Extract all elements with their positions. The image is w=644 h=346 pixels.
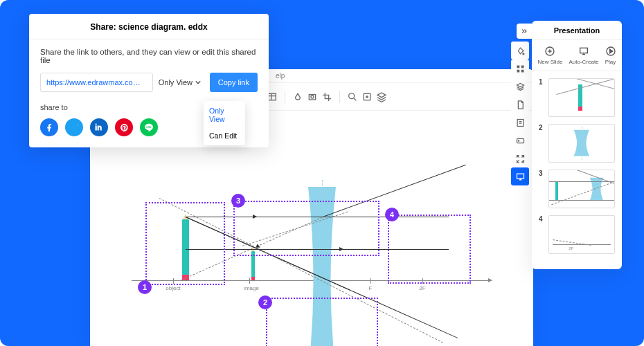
search-icon[interactable] xyxy=(346,91,359,103)
permission-dropdown-trigger[interactable]: Only View xyxy=(159,78,204,86)
expand-icon[interactable] xyxy=(511,149,529,167)
share-dialog: Share: science diagram. eddx Share the l… xyxy=(29,14,269,147)
fill-bucket-icon[interactable] xyxy=(511,42,529,60)
slide-thumb-2 xyxy=(548,124,615,163)
svg-rect-9 xyxy=(521,65,524,68)
permission-dropdown: Only View Can Edit xyxy=(204,101,245,145)
page-icon[interactable] xyxy=(511,95,529,113)
new-slide-label: New Slide xyxy=(537,59,562,65)
slide-4[interactable]: 4 2F xyxy=(539,215,615,254)
presentation-panel: Presentation New Slide Auto-Create Play … xyxy=(532,21,622,269)
svg-rect-17 xyxy=(580,48,588,53)
selection-4[interactable] xyxy=(388,215,471,284)
svg-rect-15 xyxy=(517,174,524,179)
svg-rect-11 xyxy=(521,69,524,72)
svg-rect-2 xyxy=(269,93,276,100)
copy-link-button[interactable]: Copy link xyxy=(210,73,258,92)
tick-image: image xyxy=(244,285,259,291)
screenshot-icon[interactable] xyxy=(306,91,319,103)
drive-icon[interactable] xyxy=(511,131,529,149)
selection-3[interactable] xyxy=(233,201,379,256)
presentation-icon[interactable] xyxy=(511,167,529,185)
slide-3[interactable]: 3 xyxy=(539,170,615,208)
selection-1[interactable] xyxy=(145,202,225,285)
selection-badge-4: 4 xyxy=(385,208,399,221)
export-icon[interactable] xyxy=(361,91,373,103)
crop-icon[interactable] xyxy=(321,91,333,103)
share-dialog-title: Share: science diagram. eddx xyxy=(29,14,269,39)
svg-rect-8 xyxy=(517,65,519,68)
permission-current-label: Only View xyxy=(159,78,193,86)
selection-badge-2: 2 xyxy=(258,295,272,309)
tick-F-right: F xyxy=(369,285,373,291)
share-line-button[interactable] xyxy=(140,118,158,136)
slide-2[interactable]: 2 xyxy=(539,124,615,163)
svg-point-5 xyxy=(349,93,355,98)
slide-thumb-3 xyxy=(548,170,615,208)
permission-option-only-view[interactable]: Only View xyxy=(204,102,245,127)
tick-object: object xyxy=(166,285,180,291)
play-button[interactable]: Play xyxy=(605,46,616,65)
share-url-input[interactable]: https://www.edrawmax.com/server... xyxy=(40,73,153,92)
panel-collapse-button[interactable] xyxy=(517,24,532,39)
apps-icon[interactable] xyxy=(511,60,529,78)
svg-point-4 xyxy=(311,95,314,98)
share-twitter-button[interactable] xyxy=(65,118,83,136)
share-description: Share the link to others, and they can v… xyxy=(40,48,258,64)
permission-option-can-edit[interactable]: Can Edit xyxy=(204,127,245,144)
layers-icon[interactable] xyxy=(375,91,388,103)
slide-1[interactable]: 1 xyxy=(539,78,615,117)
side-tool-rail xyxy=(511,42,529,185)
svg-rect-10 xyxy=(517,69,519,72)
svg-point-14 xyxy=(518,140,519,140)
auto-create-button[interactable]: Auto-Create xyxy=(569,46,598,65)
share-facebook-button[interactable] xyxy=(40,118,58,136)
share-linkedin-button[interactable] xyxy=(90,118,108,136)
tick-2F-right: 2F xyxy=(419,285,425,291)
presentation-title: Presentation xyxy=(537,26,616,35)
new-slide-button[interactable]: New Slide xyxy=(537,46,562,65)
stack-icon[interactable] xyxy=(511,78,529,95)
share-pinterest-button[interactable] xyxy=(115,118,133,136)
fill-icon[interactable] xyxy=(292,91,304,103)
slide-thumb-1 xyxy=(548,78,615,117)
selection-badge-3: 3 xyxy=(231,194,245,208)
menu-hint: elp xyxy=(276,72,285,80)
optics-diagram: object image F 2F xyxy=(97,173,526,346)
note-icon[interactable] xyxy=(511,113,529,131)
svg-point-7 xyxy=(522,53,524,54)
play-label: Play xyxy=(605,59,616,65)
selection-2[interactable] xyxy=(266,298,378,346)
auto-create-label: Auto-Create xyxy=(569,59,598,65)
slide-thumb-4: 2F xyxy=(548,215,615,254)
selection-badge-1: 1 xyxy=(138,280,152,294)
